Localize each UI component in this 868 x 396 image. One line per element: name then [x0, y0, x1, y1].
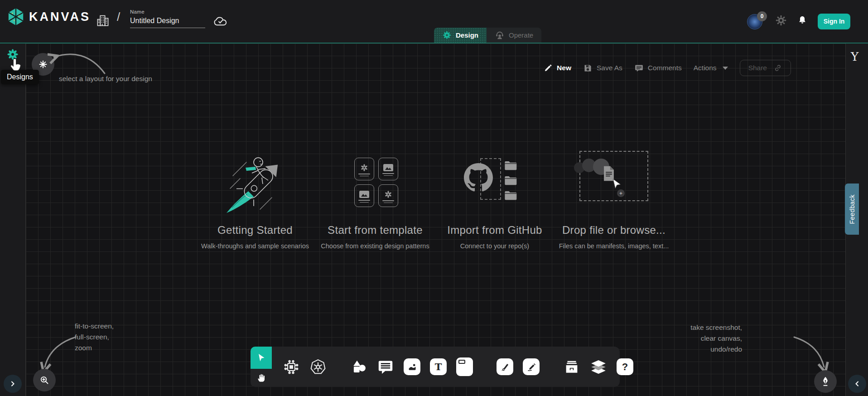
card-getting-started[interactable]: Getting Started Walk-throughs and sample…	[195, 150, 315, 250]
chevron-right-icon	[10, 381, 16, 387]
hand-icon	[256, 372, 267, 383]
kanvas-hexagon-logo-icon	[7, 7, 24, 26]
circuit-component-icon	[283, 358, 300, 376]
left-sidebar-rail: Designs	[0, 43, 26, 396]
github-octocat-icon	[464, 163, 493, 194]
tool-dock: T	[251, 347, 620, 387]
card-title: Drop file or browse...	[554, 224, 674, 237]
pointer-tool-column	[251, 347, 272, 387]
chevron-down-icon	[723, 67, 728, 70]
drawer-archive-icon	[563, 358, 580, 376]
layers-tool[interactable]	[590, 358, 607, 376]
design-name-label: Name	[130, 9, 205, 14]
pen-tool[interactable]	[497, 358, 513, 376]
image-chip	[404, 358, 420, 375]
expand-right-panel-button[interactable]	[848, 375, 866, 393]
notification-count-badge: 0	[757, 11, 767, 21]
path-separator: /	[117, 10, 120, 24]
user-avatar[interactable]: 0	[747, 12, 765, 30]
hint-line: take screenshot,	[690, 322, 742, 333]
actions-dropdown[interactable]: Actions	[694, 64, 728, 72]
shapes-tool[interactable]	[350, 358, 367, 376]
template-tile-image	[378, 158, 398, 180]
chevron-left-icon	[854, 381, 860, 387]
template-tiles-illustration	[315, 150, 435, 219]
select-cursor-tool[interactable]	[251, 347, 272, 369]
design-flower-icon	[442, 30, 452, 40]
actions-label: Actions	[694, 64, 717, 72]
kubernetes-tool[interactable]	[309, 358, 327, 376]
card-start-from-template[interactable]: Start from template Choose from existing…	[315, 150, 435, 250]
new-design-button[interactable]: New	[544, 63, 571, 72]
layers-icon	[590, 358, 607, 376]
card-title: Getting Started	[195, 224, 315, 237]
card-import-from-github[interactable]: Import from GitHub Connect to your repo(…	[435, 150, 555, 250]
comment-icon	[634, 63, 644, 73]
operate-headset-icon	[495, 30, 505, 40]
note-tool[interactable]	[456, 358, 473, 376]
card-subtitle: Choose from existing design patterns	[315, 242, 435, 250]
hint-line: zoom	[75, 343, 114, 353]
drawer-tool[interactable]	[563, 358, 580, 376]
tab-operate-label: Operate	[509, 31, 533, 39]
notifications-bell-button[interactable]	[797, 15, 808, 28]
screenshot-hint-arrow	[791, 333, 831, 372]
layout-hint-text: select a layout for your design	[59, 73, 152, 84]
component-tool[interactable]	[283, 358, 300, 376]
logo-wordmark: KANVAS	[29, 10, 91, 24]
hint-line: full-screen,	[75, 332, 114, 343]
expand-left-panel-button[interactable]	[4, 375, 22, 393]
pen-chip	[497, 358, 513, 375]
settings-gear-button[interactable]	[775, 14, 787, 28]
header-right-cluster: 0	[747, 0, 850, 43]
pen-nib-icon	[820, 376, 831, 387]
card-drop-file-browse[interactable]: + Drop file or browse... Files can be ma…	[554, 150, 674, 250]
mode-tabs: Design Operate	[434, 28, 541, 43]
template-tile-flower	[354, 158, 374, 180]
share-button[interactable]: Share	[740, 60, 791, 76]
organization-building-icon[interactable]	[96, 14, 110, 29]
help-tool[interactable]: ?	[617, 358, 633, 376]
hint-line: undo/redo	[690, 344, 742, 355]
feedback-tab[interactable]: Feedback	[845, 184, 859, 235]
card-subtitle: Files can be manifests, images, text...	[554, 242, 674, 250]
save-as-button[interactable]: Save As	[583, 63, 622, 73]
hint-line: clear canvas,	[690, 333, 742, 344]
shapes-icon	[350, 358, 367, 376]
designs-panel-button[interactable]	[6, 48, 19, 63]
pan-hand-tool[interactable]	[251, 369, 272, 387]
snowflake-icon	[39, 60, 48, 69]
sign-in-button[interactable]: Sign In	[818, 14, 850, 29]
folder-icon	[504, 159, 517, 170]
header-bar: KANVAS / Name	[0, 0, 868, 43]
comment-bubble-icon	[377, 358, 394, 376]
image-tool[interactable]	[404, 358, 420, 376]
text-chip: T	[430, 358, 447, 375]
plus-badge: +	[617, 189, 625, 197]
card-title: Start from template	[315, 224, 435, 237]
design-name-input[interactable]	[130, 16, 205, 28]
kanvas-logo[interactable]: KANVAS	[7, 7, 91, 26]
pencil-draw-tool[interactable]	[523, 358, 540, 376]
magnifier-plus-icon	[39, 375, 50, 386]
canvas-actions-hint: take screenshot, clear canvas, undo/redo	[690, 322, 742, 355]
save-as-label: Save As	[597, 64, 622, 72]
link-icon	[773, 63, 782, 72]
comment-tool[interactable]	[377, 358, 394, 376]
text-tool[interactable]: T	[430, 358, 447, 376]
comments-button[interactable]: Comments	[634, 63, 682, 73]
design-canvas[interactable]: New Save As Comments	[26, 43, 845, 396]
folder-icon	[504, 174, 517, 185]
screenshot-pen-button[interactable]	[814, 370, 837, 393]
tab-operate[interactable]: Operate	[487, 28, 541, 43]
folder-icon	[504, 189, 517, 200]
card-subtitle: Connect to your repo(s)	[435, 242, 555, 250]
card-title: Import from GitHub	[435, 224, 555, 237]
partner-y-logo: Y	[851, 50, 858, 63]
design-name-block: Name	[130, 9, 205, 28]
drop-file-illustration: +	[554, 150, 674, 219]
bell-icon	[797, 15, 808, 26]
zoom-button[interactable]	[33, 369, 56, 391]
tab-design[interactable]: Design	[434, 28, 487, 43]
help-chip: ?	[617, 358, 633, 375]
